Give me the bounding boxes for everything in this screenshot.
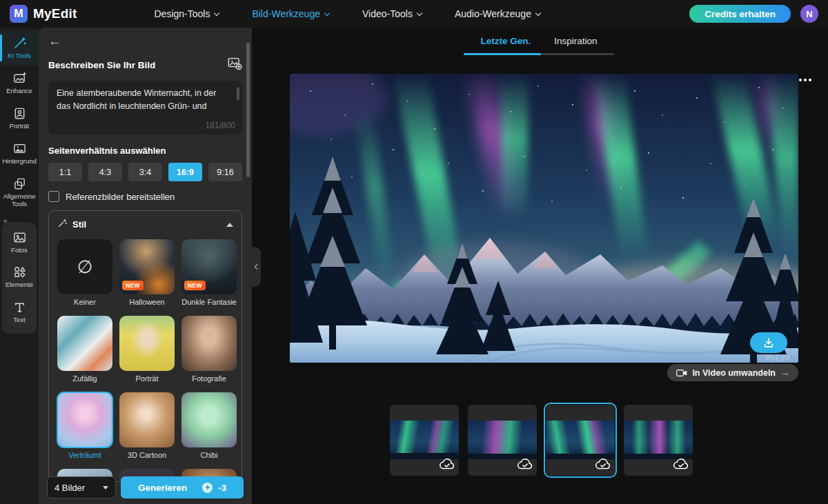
editor-tools-group: + Fotos Elemente Text: [2, 222, 37, 334]
myedit-logo-icon[interactable]: M: [10, 5, 28, 23]
sidebar-item-enhance[interactable]: Enhance: [0, 65, 39, 101]
none-icon: ∅: [57, 239, 112, 294]
chevron-left-icon: [254, 264, 259, 270]
sidebar-item-hintergrund[interactable]: Hintergrund: [0, 136, 39, 171]
arrow-right-icon: →: [780, 367, 789, 378]
add-reference-image-icon[interactable]: [227, 56, 242, 74]
download-button[interactable]: [750, 332, 787, 353]
generate-button[interactable]: Generieren + -3: [121, 476, 244, 498]
credit-coin-icon: +: [202, 483, 213, 493]
generation-settings-panel: ← Beschreiben Sie Ihr Bild Eine atembera…: [39, 28, 252, 504]
image-count-select[interactable]: 4 Bilder: [47, 476, 116, 498]
enhance-image-icon: [12, 71, 27, 85]
shapes-icon: [12, 265, 27, 279]
result-thumbnail-3[interactable]: [546, 405, 615, 476]
back-arrow-icon[interactable]: ←: [48, 34, 63, 48]
chevron-down-icon: [417, 10, 422, 15]
cloud-synced-icon: [673, 458, 689, 473]
reference-images-row: Referenzbilder bereitstellen: [48, 191, 242, 202]
style-option-portraet[interactable]: Porträt: [119, 316, 175, 383]
background-image-icon: [12, 141, 27, 156]
nav-audio-werkzeuge[interactable]: Audio-Werkzeuge: [455, 8, 540, 19]
get-credits-button[interactable]: Credits erhalten: [689, 5, 791, 23]
new-badge: NEW: [184, 281, 206, 290]
tool-sidebar: KI Tools Enhance Porträt Hintergrund All…: [0, 28, 39, 504]
style-section-title: Stil: [72, 219, 86, 230]
magic-wand-icon: [12, 36, 27, 50]
result-thumbnail-2[interactable]: [468, 405, 537, 476]
collapse-section-icon[interactable]: [226, 223, 233, 227]
reference-images-label: Referenzbilder bereitstellen: [66, 192, 175, 202]
image-watermark: MyEdit: [765, 354, 790, 362]
sidebar-item-text[interactable]: Text: [2, 294, 37, 330]
layers-icon: [12, 177, 27, 191]
sidebar-item-portraet[interactable]: Porträt: [0, 101, 39, 136]
nav-video-tools[interactable]: Video-Tools: [362, 8, 422, 19]
ratio-section-label: Seitenverhältnis auswählen: [48, 145, 242, 156]
nav-design-tools[interactable]: Design-Tools: [154, 8, 219, 19]
prompt-section-label: Beschreiben Sie Ihr Bild: [48, 60, 155, 70]
style-section: Stil ∅ Keiner NEW Halloween NEW Dunkle F…: [48, 210, 242, 482]
result-area: Letzte Gen. Inspiration: [252, 28, 828, 504]
ratio-3-4-button[interactable]: 3:4: [128, 163, 162, 181]
cloud-synced-icon: [517, 458, 533, 473]
chevron-down-icon: [324, 10, 330, 15]
sidebar-item-elemente[interactable]: Elemente: [2, 259, 37, 294]
style-option-dunkle-fantasie[interactable]: NEW Dunkle Fantasie: [181, 239, 237, 306]
new-badge: NEW: [122, 281, 144, 290]
char-counter: 181/800: [206, 121, 235, 130]
result-thumbnails: [390, 405, 693, 476]
result-thumbnail-4[interactable]: [624, 405, 693, 476]
text-icon: [12, 300, 27, 314]
portrait-frame-icon: [12, 106, 27, 121]
reference-images-checkbox[interactable]: [48, 191, 59, 202]
style-option-vertraeumt[interactable]: Verträumt: [57, 392, 112, 459]
cloud-synced-icon: [439, 458, 455, 473]
nav-bild-werkzeuge[interactable]: Bild-Werkzeuge: [252, 8, 329, 19]
style-option-fotografie[interactable]: Fotografie: [181, 316, 237, 383]
sidebar-item-ki-tools[interactable]: KI Tools: [0, 30, 39, 65]
style-wand-icon: [57, 218, 68, 231]
ratio-16-9-button[interactable]: 16:9: [168, 163, 202, 181]
chevron-down-icon: [214, 10, 219, 15]
header-right: Credits erhalten N: [689, 5, 818, 23]
prompt-scrollbar[interactable]: [237, 87, 239, 101]
result-tabs: Letzte Gen. Inspiration: [464, 36, 614, 55]
ratio-1-1-button[interactable]: 1:1: [48, 163, 82, 181]
tab-letzte-gen[interactable]: Letzte Gen.: [480, 36, 531, 53]
style-option-keiner[interactable]: ∅ Keiner: [57, 239, 112, 306]
style-grid: ∅ Keiner NEW Halloween NEW Dunkle Fantas…: [57, 239, 233, 482]
convert-to-video-button[interactable]: In Video umwandeln →: [667, 364, 798, 381]
tab-inspiration[interactable]: Inspiration: [554, 36, 597, 53]
more-options-icon[interactable]: [796, 76, 814, 84]
ratio-4-3-button[interactable]: 4:3: [88, 163, 122, 181]
download-icon: [762, 336, 775, 349]
generate-bar: 4 Bilder Generieren + -3: [47, 476, 244, 498]
main-nav: Design-Tools Bild-Werkzeuge Video-Tools …: [154, 8, 540, 19]
sidebar-item-fotos[interactable]: Fotos: [2, 225, 37, 260]
caret-down-icon: [103, 486, 108, 490]
cloud-synced-icon: [595, 458, 611, 473]
style-option-zufaellig[interactable]: Zufällig: [57, 316, 112, 383]
aspect-ratio-group: 1:1 4:3 3:4 16:9 9:16: [48, 163, 242, 181]
style-option-halloween[interactable]: NEW Halloween: [119, 239, 175, 306]
photo-icon: [12, 230, 27, 245]
panel-collapse-handle[interactable]: [252, 247, 261, 287]
prompt-value: Eine atemberaubende Winternacht, in der …: [57, 87, 228, 114]
style-option-3d-cartoon[interactable]: 3D Cartoon: [119, 392, 175, 459]
panel-scrollbar[interactable]: [246, 43, 250, 177]
user-avatar[interactable]: N: [800, 5, 818, 23]
prompt-input[interactable]: Eine atemberaubende Winternacht, in der …: [48, 81, 242, 134]
credit-cost: -3: [218, 483, 226, 493]
brand-name[interactable]: MyEdit: [33, 6, 77, 21]
tab-underline: [464, 53, 614, 55]
myedit-app: M MyEdit Design-Tools Bild-Werkzeuge Vid…: [0, 0, 828, 504]
style-option-chibi[interactable]: Chibi: [181, 392, 237, 459]
sidebar-item-allgemeine-tools[interactable]: Allgemeine Tools: [0, 171, 39, 214]
top-navbar: M MyEdit Design-Tools Bild-Werkzeuge Vid…: [0, 0, 828, 28]
chevron-down-icon: [535, 10, 541, 15]
generated-image: MyEdit: [290, 74, 798, 363]
ratio-9-16-button[interactable]: 9:16: [208, 163, 242, 181]
video-icon: [676, 369, 687, 377]
result-thumbnail-1[interactable]: [390, 405, 459, 476]
